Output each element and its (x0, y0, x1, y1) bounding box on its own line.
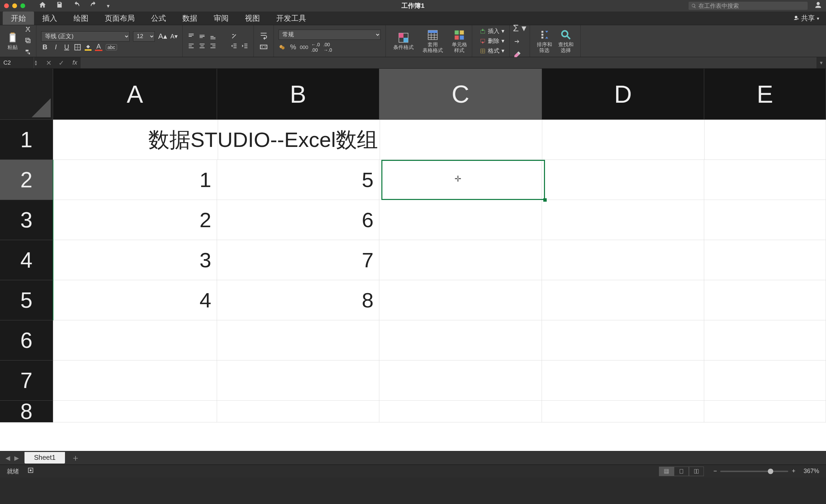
align-right-icon[interactable] (209, 42, 217, 50)
cell-C2[interactable] (379, 160, 542, 200)
cell-E7[interactable] (704, 360, 826, 401)
redo-icon[interactable] (90, 1, 97, 11)
sheet-search-input[interactable]: 在工作表中搜索 (689, 2, 808, 10)
cell-B3[interactable]: 6 (217, 200, 379, 240)
align-middle-icon[interactable] (198, 33, 206, 40)
wrap-text-button[interactable] (259, 31, 269, 40)
cell-E4[interactable] (704, 240, 826, 280)
close-window-button[interactable] (4, 3, 9, 8)
column-header-C[interactable]: C (379, 69, 542, 120)
worksheet-grid[interactable]: A B C D E 1 2 3 4 5 6 7 8 数据STUDIO--Exce… (0, 69, 826, 451)
cell-B4[interactable]: 7 (217, 240, 379, 280)
cell-C7[interactable] (379, 360, 542, 401)
sheet-tab-sheet1[interactable]: Sheet1 (24, 452, 65, 464)
merge-cells-button[interactable] (259, 42, 269, 52)
cell-C5[interactable] (379, 280, 542, 320)
name-box[interactable]: C2 (0, 57, 34, 68)
row-header-3[interactable]: 3 (0, 200, 53, 240)
tab-insert[interactable]: 插入 (34, 12, 65, 25)
font-size-select[interactable]: 12 (133, 31, 155, 41)
percent-format-icon[interactable]: % (290, 44, 297, 51)
cell-C4[interactable] (379, 240, 542, 280)
tab-review[interactable]: 审阅 (205, 12, 237, 25)
increase-indent-icon[interactable] (241, 42, 249, 50)
italic-button[interactable]: I (52, 44, 60, 51)
cell-D2[interactable] (542, 160, 704, 200)
orientation-button[interactable] (230, 33, 238, 40)
increase-font-icon[interactable]: A▴ (158, 32, 167, 41)
decrease-font-icon[interactable]: A▾ (170, 33, 178, 40)
add-sheet-button[interactable]: ＋ (65, 452, 86, 464)
cell-C6[interactable] (379, 320, 542, 360)
cell-A7[interactable] (53, 360, 217, 401)
cancel-formula-icon[interactable]: ✕ (46, 59, 52, 67)
cell-D8[interactable] (542, 401, 704, 422)
macro-record-icon[interactable] (27, 467, 34, 475)
cell-A2[interactable]: 1 (53, 160, 217, 200)
phonetic-guide-button[interactable]: abc (106, 44, 117, 50)
cell-D6[interactable] (542, 320, 704, 360)
tab-formulas[interactable]: 公式 (143, 12, 174, 25)
cell-E5[interactable] (704, 280, 826, 320)
select-all-corner[interactable] (0, 69, 53, 120)
column-header-E[interactable]: E (704, 69, 826, 120)
cell-styles-button[interactable]: 单元格 样式 (452, 29, 467, 53)
borders-button[interactable] (74, 44, 81, 51)
comma-format-icon[interactable]: 000 (300, 44, 308, 51)
number-format-select[interactable]: 常规 (279, 30, 381, 40)
cell-E8[interactable] (704, 401, 826, 422)
name-box-dropdown-icon[interactable]: ▲▼ (34, 60, 38, 66)
cell-D5[interactable] (542, 280, 704, 320)
row-header-5[interactable]: 5 (0, 280, 53, 320)
cell-A3[interactable]: 2 (53, 200, 217, 240)
cell-E2[interactable] (704, 160, 826, 200)
underline-button[interactable]: U (63, 44, 70, 51)
tab-view[interactable]: 视图 (237, 12, 268, 25)
cell-E1[interactable] (705, 120, 826, 160)
row-header-8[interactable]: 8 (0, 401, 53, 422)
copy-icon[interactable] (24, 37, 31, 45)
view-page-layout-button[interactable] (674, 467, 689, 476)
tab-home[interactable]: 开始 (3, 12, 34, 25)
decrease-decimal-icon[interactable]: .00→.0 (323, 42, 332, 53)
zoom-slider[interactable] (720, 471, 788, 472)
qat-dropdown-icon[interactable]: ▾ (107, 3, 110, 9)
cell-A8[interactable] (53, 401, 217, 422)
format-as-table-button[interactable]: 套用 表格格式 (423, 29, 443, 53)
accept-formula-icon[interactable]: ✓ (59, 59, 64, 67)
view-normal-button[interactable] (659, 467, 674, 476)
format-cells-button[interactable]: 格式 ▾ (480, 47, 505, 55)
row-header-7[interactable]: 7 (0, 360, 53, 401)
home-icon[interactable] (39, 1, 46, 11)
fill-handle[interactable] (543, 198, 547, 202)
cell-A4[interactable]: 3 (53, 240, 217, 280)
cell-A5[interactable]: 4 (53, 280, 217, 320)
account-icon[interactable] (814, 1, 822, 10)
tab-data[interactable]: 数据 (174, 12, 205, 25)
zoom-out-button[interactable]: − (713, 468, 717, 475)
format-painter-icon[interactable] (24, 49, 31, 57)
row-header-4[interactable]: 4 (0, 240, 53, 280)
fx-icon[interactable]: fx (72, 59, 77, 66)
zoom-in-button[interactable]: + (792, 468, 795, 475)
row-header-6[interactable]: 6 (0, 320, 53, 360)
view-page-break-button[interactable] (689, 467, 704, 476)
tab-page-layout[interactable]: 页面布局 (97, 12, 143, 25)
column-header-B[interactable]: B (217, 69, 379, 120)
fill-color-button[interactable] (85, 44, 92, 51)
find-select-button[interactable]: 查找和 选择 (556, 29, 576, 53)
cells-area[interactable]: 数据STUDIO--Excel数组 1 5 2 6 3 7 (53, 120, 826, 451)
row-header-1[interactable]: 1 (0, 120, 53, 160)
font-name-select[interactable]: 等线 (正文) (41, 31, 130, 41)
tab-draw[interactable]: 绘图 (65, 12, 97, 25)
cell-A1[interactable]: 数据STUDIO--Excel数组 (53, 120, 218, 160)
share-button[interactable]: 共享 ▾ (793, 12, 819, 25)
sheet-nav-next-icon[interactable]: ▶ (14, 454, 19, 462)
cell-B2[interactable]: 5 (217, 160, 379, 200)
increase-decimal-icon[interactable]: ←.0.00 (311, 42, 320, 53)
conditional-formatting-button[interactable]: 条件格式 (393, 32, 414, 50)
insert-cells-button[interactable]: 插入 ▾ (480, 27, 505, 35)
align-center-icon[interactable] (198, 42, 206, 50)
undo-icon[interactable] (73, 1, 80, 11)
sheet-nav-prev-icon[interactable]: ◀ (5, 454, 10, 462)
